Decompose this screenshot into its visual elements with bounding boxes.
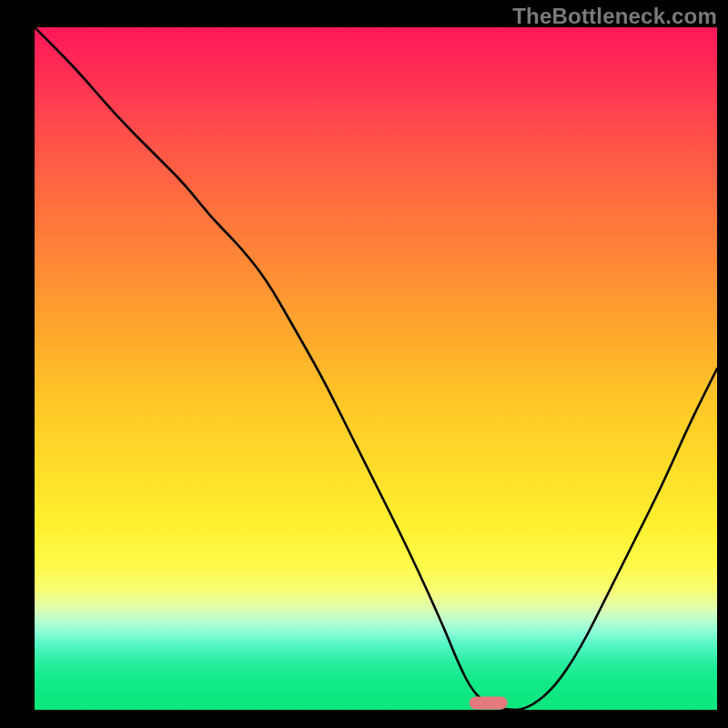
bottleneck-curve-path <box>35 27 717 710</box>
min-marker <box>470 697 508 710</box>
plot-area <box>35 27 717 710</box>
watermark-label: TheBottleneck.com <box>512 4 717 29</box>
chart-container: TheBottleneck.com <box>0 0 728 728</box>
chart-svg <box>35 27 717 710</box>
